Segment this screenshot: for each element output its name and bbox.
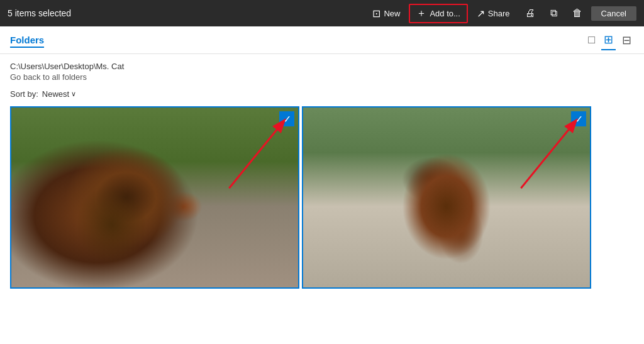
photo-item-2[interactable]: ✓ — [302, 106, 591, 289]
view-square-icon: □ — [588, 33, 595, 46]
print-button[interactable]: 🖨 — [519, 5, 541, 21]
tabs-area: Folders — [10, 35, 586, 46]
share-button[interactable]: ↗ Share — [470, 5, 516, 22]
chevron-down-icon: ∨ — [71, 90, 76, 98]
photo-grid: ✓ ✓ — [0, 106, 644, 289]
back-link[interactable]: Go back to all folders — [10, 72, 634, 82]
sub-toolbar: Folders □ ⊞ ⊟ — [0, 26, 644, 54]
copy-button[interactable]: ⧉ — [544, 5, 564, 21]
view-buttons: □ ⊞ ⊟ — [586, 30, 634, 50]
new-icon: ⊡ — [372, 8, 380, 19]
copy-icon: ⧉ — [550, 8, 557, 19]
selection-count: 5 items selected — [8, 8, 71, 18]
path-area: C:\Users\User\Desktop\Ms. Cat Go back to… — [0, 54, 644, 84]
main-toolbar: 5 items selected ⊡ New ＋ Add to... ↗ Sha… — [0, 0, 644, 26]
print-icon: 🖨 — [525, 8, 535, 19]
add-icon: ＋ — [416, 7, 426, 20]
new-button[interactable]: ⊡ New — [366, 5, 406, 22]
current-path: C:\Users\User\Desktop\Ms. Cat — [10, 62, 634, 71]
sort-dropdown[interactable]: Newest ∨ — [42, 89, 76, 99]
cancel-button[interactable]: Cancel — [591, 6, 636, 21]
photo-checkbox-2[interactable]: ✓ — [571, 111, 586, 126]
share-icon: ↗ — [477, 8, 485, 19]
view-grid-button[interactable]: ⊞ — [601, 30, 616, 50]
folders-tab[interactable]: Folders — [10, 35, 44, 48]
delete-button[interactable]: 🗑 — [566, 5, 589, 21]
sort-value: Newest — [42, 89, 69, 99]
view-small-button[interactable]: ⊟ — [619, 31, 634, 50]
photo-item-1[interactable]: ✓ — [10, 106, 299, 289]
view-grid-icon: ⊞ — [604, 33, 613, 46]
add-to-button[interactable]: ＋ Add to... — [409, 4, 467, 23]
sort-label: Sort by: — [10, 89, 38, 99]
photo-checkbox-1[interactable]: ✓ — [279, 111, 294, 126]
sort-bar: Sort by: Newest ∨ — [0, 84, 644, 104]
view-small-icon: ⊟ — [622, 34, 631, 47]
delete-icon: 🗑 — [572, 8, 582, 19]
view-square-button[interactable]: □ — [586, 31, 597, 49]
